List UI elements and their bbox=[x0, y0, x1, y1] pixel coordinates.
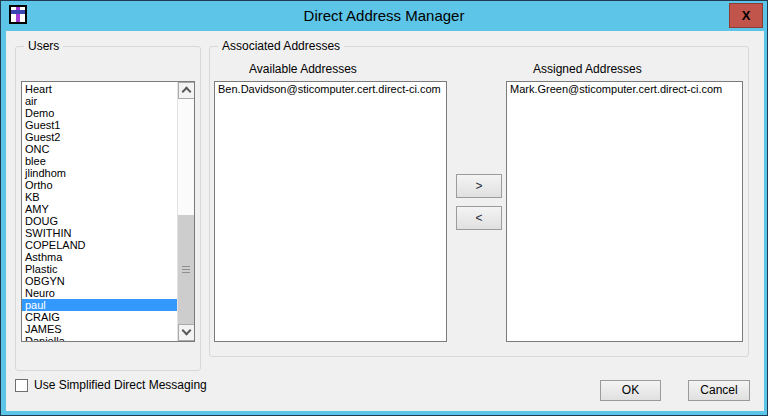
list-item[interactable]: Plastic bbox=[22, 263, 177, 275]
list-item[interactable]: SWITHIN bbox=[22, 227, 177, 239]
title-bar[interactable]: Direct Address Manager X bbox=[1, 1, 767, 30]
list-item[interactable]: Mark.Green@sticomputer.cert.direct-ci.co… bbox=[507, 82, 742, 96]
list-item[interactable]: air bbox=[22, 95, 177, 107]
list-item[interactable]: ONC bbox=[22, 143, 177, 155]
list-item[interactable]: Guest2 bbox=[22, 131, 177, 143]
move-left-button[interactable]: < bbox=[456, 206, 502, 230]
move-right-button[interactable]: > bbox=[456, 174, 502, 198]
list-item[interactable]: DOUG bbox=[22, 215, 177, 227]
scroll-down-button[interactable] bbox=[178, 324, 195, 341]
list-item[interactable]: CRAIG bbox=[22, 311, 177, 323]
list-item[interactable]: Ben.Davidson@sticomputer.cert.direct-ci.… bbox=[215, 82, 446, 96]
available-addresses-label: Available Addresses bbox=[249, 62, 357, 76]
users-group-label: Users bbox=[24, 39, 63, 53]
scrollbar-grip-icon bbox=[182, 266, 190, 274]
list-item[interactable]: KB bbox=[22, 191, 177, 203]
close-button[interactable]: X bbox=[729, 3, 763, 28]
chevron-down-icon bbox=[182, 326, 192, 336]
list-item[interactable]: Ortho bbox=[22, 179, 177, 191]
list-item[interactable]: COPELAND bbox=[22, 239, 177, 251]
users-list-scrollbar[interactable] bbox=[177, 82, 194, 341]
direct-address-manager-dialog: Direct Address Manager X Users Associate… bbox=[0, 0, 768, 416]
simplified-direct-messaging-label: Use Simplified Direct Messaging bbox=[34, 379, 207, 392]
list-item[interactable]: paul bbox=[22, 299, 177, 311]
dialog-content: Users Associated Addresses HeartairDemoG… bbox=[6, 31, 764, 411]
scroll-up-button[interactable] bbox=[178, 82, 195, 99]
scrollbar-thumb[interactable] bbox=[178, 215, 194, 325]
list-item[interactable]: OBGYN bbox=[22, 275, 177, 287]
users-listbox[interactable]: HeartairDemoGuest1Guest2ONCbleejlindhomO… bbox=[21, 81, 195, 342]
assigned-addresses-label: Assigned Addresses bbox=[533, 62, 642, 76]
list-item[interactable]: AMY bbox=[22, 203, 177, 215]
list-item[interactable]: JAMES bbox=[22, 323, 177, 335]
list-item[interactable]: Neuro bbox=[22, 287, 177, 299]
window-title: Direct Address Manager bbox=[1, 7, 767, 24]
ok-button[interactable]: OK bbox=[600, 380, 661, 401]
list-item[interactable]: Guest1 bbox=[22, 119, 177, 131]
simplified-direct-messaging-checkbox[interactable] bbox=[15, 379, 28, 392]
list-item[interactable]: jlindhom bbox=[22, 167, 177, 179]
available-addresses-listbox[interactable]: Ben.Davidson@sticomputer.cert.direct-ci.… bbox=[214, 81, 447, 342]
cancel-button[interactable]: Cancel bbox=[688, 380, 750, 401]
list-item[interactable]: Heart bbox=[22, 83, 177, 95]
list-item[interactable]: blee bbox=[22, 155, 177, 167]
list-item[interactable]: Daniella bbox=[22, 335, 177, 341]
users-list-items: HeartairDemoGuest1Guest2ONCbleejlindhomO… bbox=[22, 83, 177, 341]
associated-addresses-group-label: Associated Addresses bbox=[218, 39, 344, 53]
assigned-addresses-listbox[interactable]: Mark.Green@sticomputer.cert.direct-ci.co… bbox=[506, 81, 743, 342]
list-item[interactable]: Demo bbox=[22, 107, 177, 119]
chevron-up-icon bbox=[182, 87, 192, 97]
list-item[interactable]: Asthma bbox=[22, 251, 177, 263]
